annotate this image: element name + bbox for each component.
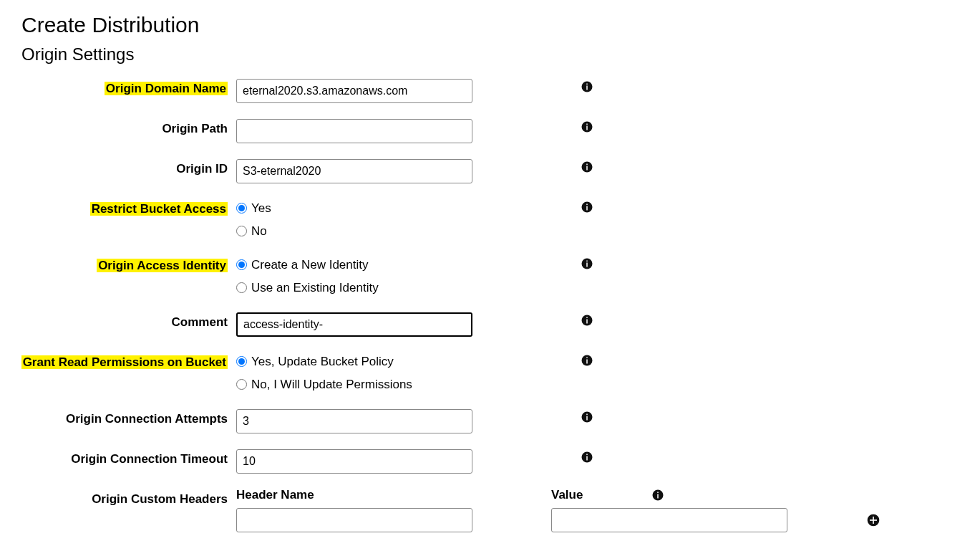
row-restrict-bucket-access: Restrict Bucket Access Yes No: [0, 198, 980, 240]
label-origin-path: Origin Path: [162, 122, 228, 135]
row-grant-read-permissions: Grant Read Permissions on Bucket Yes, Up…: [0, 351, 980, 393]
svg-rect-2: [586, 84, 588, 85]
label-origin-connection-attempts: Origin Connection Attempts: [66, 412, 228, 426]
svg-rect-26: [586, 454, 588, 456]
row-origin-domain-name: Origin Domain Name: [0, 77, 980, 103]
row-origin-access-identity: Origin Access Identity Create a New Iden…: [0, 254, 980, 297]
origin-id-input[interactable]: [236, 159, 472, 183]
page-title: Create Distribution: [21, 13, 980, 37]
label-comment: Comment: [172, 315, 228, 329]
svg-rect-16: [586, 320, 588, 324]
info-icon[interactable]: [581, 314, 593, 327]
svg-rect-7: [586, 166, 588, 171]
svg-rect-20: [586, 358, 588, 359]
radio-restrict-yes[interactable]: Yes: [236, 199, 551, 218]
svg-rect-4: [586, 126, 588, 130]
header-name-input[interactable]: [236, 508, 472, 532]
label-origin-access-identity: Origin Access Identity: [97, 259, 228, 272]
radio-restrict-no[interactable]: No: [236, 222, 551, 241]
info-icon[interactable]: [581, 80, 593, 93]
svg-rect-17: [586, 317, 588, 319]
svg-rect-32: [870, 519, 877, 521]
info-icon[interactable]: [581, 201, 593, 214]
origin-connection-timeout-input[interactable]: [236, 449, 472, 474]
label-grant-read-permissions: Grant Read Permissions on Bucket: [21, 355, 228, 369]
header-value-input[interactable]: [551, 508, 787, 532]
svg-rect-22: [586, 416, 588, 421]
label-origin-connection-timeout: Origin Connection Timeout: [71, 452, 228, 466]
row-origin-connection-attempts: Origin Connection Attempts: [0, 408, 980, 433]
radio-restrict-yes-input[interactable]: [236, 203, 247, 214]
svg-rect-13: [586, 263, 588, 267]
info-icon[interactable]: [581, 354, 593, 367]
label-value: Value: [551, 488, 651, 502]
info-icon[interactable]: [581, 257, 593, 270]
origin-connection-attempts-input[interactable]: [236, 409, 472, 433]
svg-rect-23: [586, 414, 588, 416]
label-restrict-bucket-access: Restrict Bucket Access: [90, 202, 228, 216]
info-icon[interactable]: [581, 451, 593, 464]
label-origin-custom-headers: Origin Custom Headers: [92, 492, 228, 506]
comment-input[interactable]: [236, 312, 472, 337]
svg-rect-25: [586, 456, 588, 461]
radio-restrict-no-input[interactable]: [236, 226, 247, 236]
svg-rect-1: [586, 86, 588, 90]
svg-rect-29: [657, 492, 659, 494]
row-origin-id: Origin ID: [0, 158, 980, 183]
radio-oai-existing-input[interactable]: [236, 282, 247, 293]
info-icon[interactable]: [581, 160, 593, 173]
svg-rect-28: [657, 494, 659, 499]
svg-rect-5: [586, 124, 588, 125]
section-origin-settings: Origin Settings: [21, 44, 980, 64]
label-header-name: Header Name: [236, 488, 551, 502]
info-icon[interactable]: [581, 120, 593, 133]
add-header-icon[interactable]: [866, 513, 880, 527]
radio-grant-yes-input[interactable]: [236, 356, 247, 367]
label-origin-id: Origin ID: [176, 162, 228, 176]
info-icon[interactable]: [651, 489, 664, 502]
svg-rect-8: [586, 164, 588, 166]
radio-grant-no-input[interactable]: [236, 379, 247, 390]
info-icon[interactable]: [581, 411, 593, 423]
origin-path-input[interactable]: [236, 119, 472, 143]
origin-domain-name-input[interactable]: [236, 79, 472, 103]
radio-grant-yes[interactable]: Yes, Update Bucket Policy: [236, 353, 551, 371]
svg-rect-19: [586, 360, 588, 364]
row-comment: Comment: [0, 311, 980, 337]
row-origin-custom-headers: Origin Custom Headers Header Name Value: [0, 488, 980, 532]
radio-oai-existing[interactable]: Use an Existing Identity: [236, 279, 551, 297]
svg-rect-10: [586, 206, 588, 211]
label-origin-domain-name: Origin Domain Name: [105, 82, 228, 95]
radio-grant-no[interactable]: No, I Will Update Permissions: [236, 375, 551, 394]
svg-rect-14: [586, 261, 588, 262]
row-origin-path: Origin Path: [0, 118, 980, 143]
radio-oai-create-input[interactable]: [236, 259, 247, 270]
svg-rect-11: [586, 204, 588, 206]
radio-oai-create[interactable]: Create a New Identity: [236, 256, 551, 274]
row-origin-connection-timeout: Origin Connection Timeout: [0, 448, 980, 474]
